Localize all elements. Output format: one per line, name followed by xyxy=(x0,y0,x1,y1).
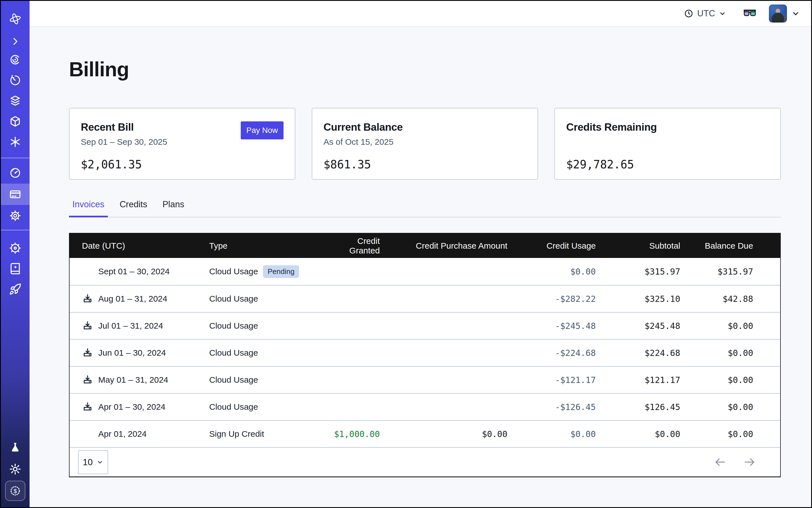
credit-usage-value: -$245.48 xyxy=(517,321,605,331)
subtotal-value: $315.97 xyxy=(605,267,690,277)
live-view-icon xyxy=(9,53,22,66)
sidebar-item-support[interactable] xyxy=(1,238,30,258)
tab-plans[interactable]: Plans xyxy=(159,199,188,217)
upgrade-plan-button[interactable]: $ xyxy=(5,481,25,501)
sidebar-item-theme[interactable] xyxy=(1,459,30,479)
previous-page-button[interactable] xyxy=(714,456,727,469)
credit-usage-value: $0.00 xyxy=(517,429,605,439)
sidebar-item-labs[interactable] xyxy=(1,438,30,458)
subtotal-value: $325.10 xyxy=(605,294,690,304)
view-mode-button[interactable] xyxy=(743,9,757,18)
table-row: Aug 01 – 31, 2024 Cloud Usage -$282.22 $… xyxy=(70,285,780,312)
sidebar-item-containers[interactable] xyxy=(1,111,30,131)
sidebar-item-onboarding[interactable] xyxy=(1,279,30,299)
billing-tabs: Invoices Credits Plans xyxy=(69,199,781,217)
credit-purchase-value: $0.00 xyxy=(389,429,517,439)
card-title: Credits Remaining xyxy=(566,121,769,133)
invoice-type: Cloud Usage xyxy=(209,267,258,276)
credit-card-icon xyxy=(9,188,22,201)
avatar[interactable] xyxy=(769,4,787,23)
invoice-date: Jun 01 – 30, 2024 xyxy=(98,348,166,357)
summary-cards: Recent Bill Sep 01 – Sep 30, 2025 $2,061… xyxy=(69,108,781,180)
gear-icon xyxy=(9,210,22,222)
layers-icon xyxy=(9,95,22,107)
sidebar-item-live-view[interactable] xyxy=(1,49,30,70)
table-row: Jul 01 – 31, 2024 Cloud Usage -$245.48 $… xyxy=(70,312,780,339)
sidebar-item-collapse[interactable] xyxy=(1,34,30,49)
sidebar-item-billing[interactable] xyxy=(1,183,30,205)
invoice-date: Sept 01 – 30, 2024 xyxy=(98,267,170,276)
current-balance-card: Current Balance As of Oct 15, 2025 $861.… xyxy=(312,108,538,180)
page-size-select[interactable]: 10 xyxy=(78,450,108,474)
sidebar-item-functions[interactable] xyxy=(1,131,30,152)
credits-remaining-card: Credits Remaining $29,782.65 xyxy=(554,108,781,180)
subtotal-value: $121.17 xyxy=(605,375,690,385)
balance-due-value: $0.00 xyxy=(690,348,780,358)
cube-icon xyxy=(9,115,22,128)
pay-now-button[interactable]: Pay Now xyxy=(241,121,284,139)
invoice-type: Cloud Usage xyxy=(209,321,258,331)
page-title: Billing xyxy=(69,58,781,81)
download-invoice-button[interactable] xyxy=(82,293,93,304)
card-subtitle xyxy=(566,137,769,147)
sidebar-item-docs[interactable] xyxy=(1,258,30,279)
card-subtitle: As of Oct 15, 2025 xyxy=(324,137,526,147)
page-size-value: 10 xyxy=(83,457,93,467)
credit-usage-value: -$224.68 xyxy=(517,348,605,358)
invoice-date: Aug 01 – 31, 2024 xyxy=(98,294,167,304)
dollar-badge-icon: $ xyxy=(9,484,22,497)
card-amount: $29,782.65 xyxy=(566,158,769,171)
column-header: Credit Purchase Amount xyxy=(389,241,517,251)
main-content: Billing Recent Bill Sep 01 – Sep 30, 202… xyxy=(30,27,811,507)
card-amount: $2,061.35 xyxy=(81,158,284,171)
table-header: Date (UTC) Type Credit Granted Credit Pu… xyxy=(70,234,780,258)
balance-due-value: $42.88 xyxy=(690,294,780,304)
table-row: Apr 01 – 30, 2024 Cloud Usage -$126.45 $… xyxy=(70,393,780,420)
sidebar-item-logo[interactable] xyxy=(1,11,30,27)
column-header: Type xyxy=(201,241,328,251)
account-menu-button[interactable] xyxy=(792,9,800,18)
chevron-right-icon xyxy=(10,36,20,46)
invoices-table: Date (UTC) Type Credit Granted Credit Pu… xyxy=(69,233,781,477)
3d-glasses-icon xyxy=(743,9,757,18)
credit-usage-value: -$121.17 xyxy=(517,375,605,385)
book-sparkle-icon xyxy=(9,262,22,275)
table-row: Sept 01 – 30, 2024 Cloud Usage Pending $… xyxy=(70,258,780,285)
chevron-down-icon xyxy=(792,9,800,18)
balance-due-value: $0.00 xyxy=(690,375,780,385)
credit-usage-value: -$126.45 xyxy=(517,402,605,412)
logo-orbit-icon xyxy=(8,12,22,26)
helm-icon xyxy=(9,242,22,254)
balance-due-value: $0.00 xyxy=(690,321,780,331)
column-header: Subtotal xyxy=(605,241,690,251)
tab-credits[interactable]: Credits xyxy=(116,199,151,217)
subtotal-value: $0.00 xyxy=(605,429,690,439)
status-badge: Pending xyxy=(263,265,299,278)
download-invoice-button[interactable] xyxy=(82,347,93,358)
balance-due-value: $0.00 xyxy=(690,402,780,412)
download-invoice-button[interactable] xyxy=(82,401,93,413)
sidebar-item-usage[interactable] xyxy=(1,162,30,183)
sidebar-item-settings[interactable] xyxy=(1,205,30,226)
subtotal-value: $126.45 xyxy=(605,402,690,412)
invoice-type: Cloud Usage xyxy=(209,402,258,412)
credit-usage-value: -$282.22 xyxy=(517,294,605,304)
download-invoice-button[interactable] xyxy=(82,320,93,331)
next-page-button[interactable] xyxy=(743,456,756,469)
column-header: Date (UTC) xyxy=(70,241,201,251)
download-invoice-button[interactable] xyxy=(82,374,93,385)
asterisk-icon xyxy=(9,136,22,148)
credit-granted-value: $1,000.00 xyxy=(328,429,389,439)
tab-invoices[interactable]: Invoices xyxy=(69,199,108,217)
timezone-selector[interactable]: UTC xyxy=(684,8,726,18)
invoice-type: Sign Up Credit xyxy=(209,429,264,439)
invoice-type: Cloud Usage xyxy=(209,348,258,357)
svg-text:$: $ xyxy=(13,488,17,494)
sidebar-item-layers[interactable] xyxy=(1,90,30,111)
balance-due-value: $315.97 xyxy=(690,267,780,277)
balance-due-value: $0.00 xyxy=(690,429,780,439)
sidebar-divider xyxy=(1,158,30,158)
card-amount: $861.35 xyxy=(324,158,526,171)
sidebar-item-history[interactable] xyxy=(1,70,30,90)
table-row: Jun 01 – 30, 2024 Cloud Usage -$224.68 $… xyxy=(70,339,780,366)
